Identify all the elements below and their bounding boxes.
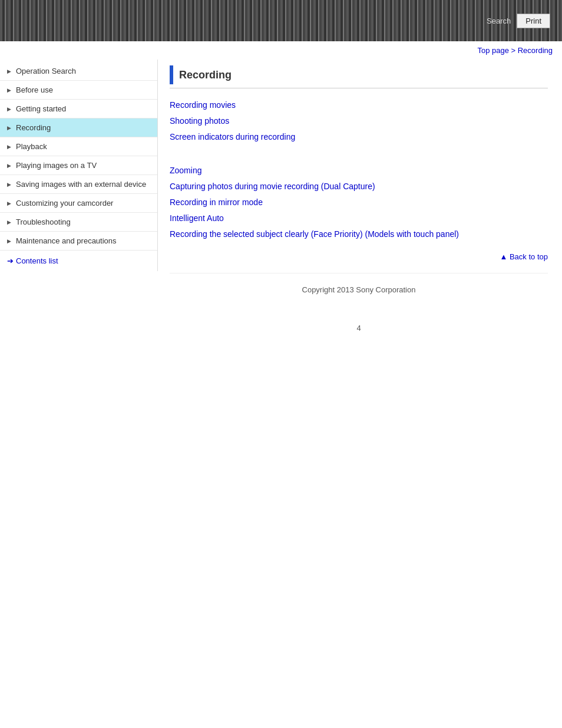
primary-links: Recording moviesShooting photosScreen in… <box>170 99 548 143</box>
sidebar-item-label: Getting started <box>16 104 150 113</box>
sidebar: ▶Operation Search▶Before use▶Getting sta… <box>0 60 158 271</box>
sidebar-item-label: Saving images with an external device <box>16 180 150 189</box>
copyright-text: Copyright 2013 Sony Corporation <box>302 285 416 294</box>
sidebar-item-label: Playback <box>16 142 150 151</box>
secondary-link[interactable]: Zooming <box>170 164 548 177</box>
sidebar-item-label: Before use <box>16 85 150 94</box>
sidebar-item-before-use[interactable]: ▶Before use <box>0 81 157 100</box>
secondary-link[interactable]: Intelligent Auto <box>170 212 548 225</box>
contents-list-link[interactable]: ➔ Contents list <box>0 251 157 271</box>
sidebar-arrow-icon: ▶ <box>7 200 11 206</box>
sidebar-item-label: Recording <box>16 123 150 132</box>
sidebar-arrow-icon: ▶ <box>7 106 11 112</box>
sidebar-arrow-icon: ▶ <box>7 87 11 93</box>
primary-link[interactable]: Shooting photos <box>170 115 548 127</box>
back-to-top[interactable]: ▲ Back to top <box>170 252 548 261</box>
sidebar-arrow-icon: ▶ <box>7 182 11 187</box>
secondary-links: ZoomingCapturing photos during movie rec… <box>170 164 548 241</box>
page-layout: ▶Operation Search▶Before use▶Getting sta… <box>0 60 562 362</box>
search-button[interactable]: Search <box>487 17 511 25</box>
contents-list-label: Contents list <box>16 256 58 265</box>
contents-arrow-icon: ➔ <box>7 256 14 265</box>
sidebar-item-getting-started[interactable]: ▶Getting started <box>0 100 157 118</box>
sidebar-item-playing-images-tv[interactable]: ▶Playing images on a TV <box>0 156 157 175</box>
page-number: 4 <box>170 306 548 350</box>
sidebar-item-saving-images[interactable]: ▶Saving images with an external device <box>0 175 157 194</box>
sidebar-item-playback[interactable]: ▶Playback <box>0 137 157 156</box>
sidebar-item-customizing[interactable]: ▶Customizing your camcorder <box>0 194 157 213</box>
sidebar-item-troubleshooting[interactable]: ▶Troubleshooting <box>0 213 157 232</box>
back-to-top-label: Back to top <box>510 252 548 261</box>
sidebar-arrow-icon: ▶ <box>7 125 11 131</box>
primary-link[interactable]: Recording movies <box>170 99 548 111</box>
breadcrumb-separator: > <box>509 46 518 55</box>
sidebar-item-label: Playing images on a TV <box>16 161 150 170</box>
sidebar-arrow-icon: ▶ <box>7 238 11 244</box>
breadcrumb: Top page > Recording <box>0 41 562 60</box>
sidebar-item-maintenance[interactable]: ▶Maintenance and precautions <box>0 232 157 251</box>
sidebar-arrow-icon: ▶ <box>7 163 11 169</box>
divider <box>170 155 548 164</box>
breadcrumb-top-link[interactable]: Top page <box>477 46 509 55</box>
header: Search Print <box>0 0 562 41</box>
sidebar-item-recording[interactable]: ▶Recording <box>0 118 157 137</box>
section-title: Recording <box>179 69 232 81</box>
sidebar-item-label: Troubleshooting <box>16 218 150 226</box>
sidebar-item-label: Customizing your camcorder <box>16 199 150 207</box>
sidebar-item-operation-search[interactable]: ▶Operation Search <box>0 62 157 81</box>
sidebar-arrow-icon: ▶ <box>7 144 11 150</box>
sidebar-arrow-icon: ▶ <box>7 219 11 225</box>
footer: Copyright 2013 Sony Corporation <box>170 273 548 306</box>
section-heading: Recording <box>170 65 548 88</box>
secondary-link[interactable]: Recording the selected subject clearly (… <box>170 228 548 241</box>
back-to-top-link[interactable]: ▲ Back to top <box>500 252 548 261</box>
sidebar-item-label: Maintenance and precautions <box>16 236 150 245</box>
secondary-link[interactable]: Capturing photos during movie recording … <box>170 180 548 193</box>
breadcrumb-current: Recording <box>518 46 553 55</box>
print-button[interactable]: Print <box>517 14 550 28</box>
main-content: Recording Recording moviesShooting photo… <box>158 60 562 362</box>
primary-link[interactable]: Screen indicators during recording <box>170 131 548 143</box>
sidebar-arrow-icon: ▶ <box>7 68 11 74</box>
section-heading-bar <box>170 65 173 84</box>
secondary-link[interactable]: Recording in mirror mode <box>170 196 548 209</box>
sidebar-item-label: Operation Search <box>16 67 150 75</box>
